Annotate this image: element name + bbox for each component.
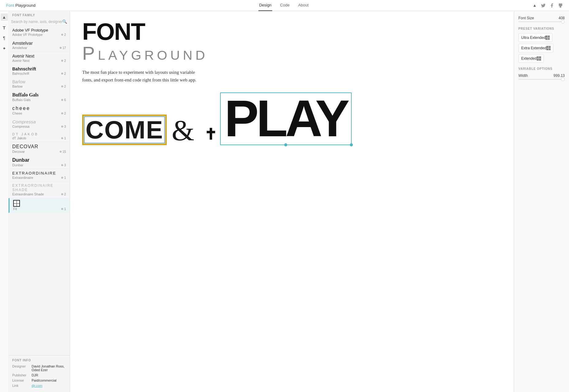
text-tool[interactable]: T [1, 24, 8, 31]
font-item-amstelvar[interactable]: Amstelvar Amstelvar ⊕17 [9, 39, 70, 52]
width-label: Width [518, 74, 528, 78]
license-row: License Paid/commercial [12, 379, 66, 382]
paragraph-tool[interactable]: ¶ [1, 34, 8, 42]
font-panel: FONT FAMILY 🔍 Adobe VF Prototype Adobe V… [9, 11, 70, 392]
tab-design[interactable]: Design [258, 0, 272, 11]
facebook-icon[interactable] [549, 3, 554, 8]
variable-title: VARIABLE OPTIONS [518, 67, 565, 70]
font-size-label: Font Size [518, 16, 534, 20]
font-item-fit[interactable]: Fit ⊕1 [9, 198, 70, 213]
cursor-tool[interactable]: ▲ [1, 13, 8, 21]
search-button[interactable]: 🔍 [62, 19, 67, 24]
preset-ultra-icon [545, 36, 550, 40]
designer-value: David Jonathan Ross, Oded Ezer [32, 364, 66, 372]
preset-extra-label: Extra Extended [521, 46, 546, 50]
right-panel: Font Size 408 PRESET VARIATIONS Ultra Ex… [514, 11, 569, 392]
font-item-extra-shade[interactable]: Extraordinaire Shade Extraordinaire Shad… [9, 182, 70, 198]
tab-code[interactable]: Code [280, 0, 290, 11]
license-value: Paid/commercial [32, 379, 56, 382]
top-nav: Font Playground Design Code About ▲ [0, 0, 569, 11]
logo-font: Font [6, 3, 14, 8]
cursor-icon[interactable]: ▲ [532, 3, 537, 8]
github-icon[interactable] [558, 3, 563, 8]
logo-playground: Playground [15, 3, 36, 8]
fit-font-icon [13, 200, 20, 207]
font-info: FONT INFO Designer David Jonathan Ross, … [9, 355, 70, 392]
preset-extra-icon [546, 46, 551, 50]
shapes-tool[interactable]: ✦ [1, 45, 8, 52]
ampersand: & [172, 116, 194, 145]
link-value: djr.com [32, 384, 42, 387]
publisher-label: Publisher [12, 373, 29, 377]
width-value: 999.13 [553, 74, 565, 78]
font-item-bahnschrift[interactable]: Bahnschrift Bahnschrift ⊕2 [9, 65, 70, 77]
preset-title: PRESET VARIATIONS [518, 27, 565, 30]
logo: Font Playground [6, 3, 36, 8]
designer-label: Designer [12, 364, 29, 372]
variable-section: VARIABLE OPTIONS Width 999.13 [518, 67, 565, 80]
come-text: COME [82, 115, 167, 145]
font-item-barlow[interactable]: Barlow Barlow ⊕2 [9, 77, 70, 90]
link-label: Link [12, 384, 29, 387]
canvas-title-playground: Playground [82, 43, 502, 64]
font-size-slider[interactable] [518, 21, 565, 22]
font-item-decovar[interactable]: DECOVAR Decovar ⊕15 [9, 142, 70, 156]
search-input[interactable] [11, 20, 62, 24]
main-layout: ▲ T ¶ ✦ FONT FAMILY 🔍 Adobe VF Prototype… [0, 11, 569, 392]
publisher-value: DJR [32, 373, 38, 377]
width-slider[interactable] [518, 79, 565, 80]
font-item-cheee[interactable]: cheee Cheee ⊕2 [9, 104, 70, 117]
twitter-icon[interactable] [541, 3, 546, 8]
tool-icons: ▲ T ¶ ✦ [0, 11, 9, 392]
canvas-title-font: FONT [82, 20, 502, 43]
font-family-header: FONT FAMILY [9, 11, 70, 18]
license-label: License [12, 379, 29, 382]
nav-tabs: Design Code About [258, 0, 309, 11]
preset-extra-extended[interactable]: Extra Extended [518, 44, 553, 52]
search-row: 🔍 [9, 18, 70, 26]
font-item-avenir[interactable]: Avenir Next Avenir Next ⊕2 [9, 52, 70, 65]
preset-extended-label: Extended [521, 56, 537, 61]
resize-handle-bottom[interactable] [284, 143, 287, 146]
preset-extended[interactable]: Extended [518, 54, 544, 63]
font-size-thumb[interactable] [561, 20, 565, 24]
font-item-compressa[interactable]: Compressa Compressa ⊕3 [9, 117, 70, 130]
canvas-description: The most fun place to experiment with la… [82, 69, 205, 84]
resize-handle-corner[interactable] [350, 143, 353, 146]
font-item-dunbar[interactable]: Dunbar Dunbar ⊕3 [9, 156, 70, 169]
canvas-header: FONT Playground [82, 20, 502, 64]
main-sidebar: ▲ T ¶ ✦ FONT FAMILY 🔍 Adobe VF Prototype… [0, 11, 70, 392]
font-info-header: FONT INFO [12, 359, 66, 362]
width-row: Width 999.13 [518, 74, 565, 78]
play-text: PLAY [224, 96, 347, 141]
publisher-row: Publisher DJR [12, 373, 66, 377]
canvas-area: FONT Playground The most fun place to ex… [70, 11, 514, 392]
font-item-dtjakob[interactable]: DT JAKOB dT Jakob ⊕1 [9, 130, 70, 142]
dagger-symbol: ✝ [204, 127, 217, 142]
preset-ultra-extended[interactable]: Ultra Extended [518, 33, 552, 42]
font-item-adobe[interactable]: Adobe VF Prototype Adobe VF Prototype ⊕2 [9, 26, 70, 39]
designer-row: Designer David Jonathan Ross, Oded Ezer [12, 364, 66, 372]
tab-about[interactable]: About [298, 0, 309, 11]
font-item-extraordinaire[interactable]: Extraordinaire Extraordinaire ⊕1 [9, 169, 70, 182]
play-box: PLAY [220, 92, 352, 145]
preset-extended-icon [537, 56, 541, 61]
link-row: Link djr.com [12, 384, 66, 387]
font-item-buffalo[interactable]: Buffalo Gals Buffalo Gals ⊕6 [9, 90, 70, 104]
come-text-wrapper: COME [82, 115, 167, 145]
font-list: Adobe VF Prototype Adobe VF Prototype ⊕2… [9, 26, 70, 355]
font-size-value: 408 [559, 16, 565, 20]
canvas-decorative: COME & ✝ PLAY [82, 92, 502, 145]
font-size-row: Font Size 408 [518, 16, 565, 20]
preset-ultra-label: Ultra Extended [521, 36, 545, 40]
width-thumb[interactable] [561, 77, 565, 81]
nav-icons: ▲ [532, 3, 563, 8]
